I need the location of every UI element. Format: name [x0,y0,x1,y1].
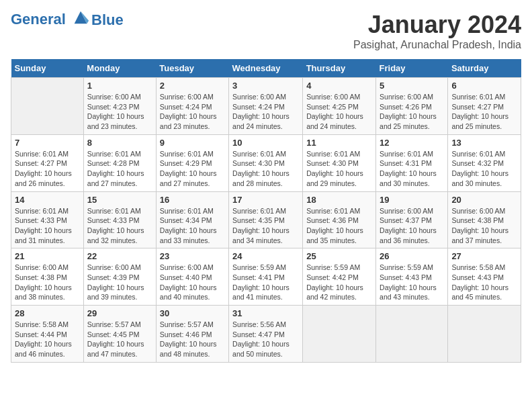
calendar-cell: 14Sunrise: 6:01 AMSunset: 4:33 PMDayligh… [11,191,84,248]
calendar-cell: 4Sunrise: 6:00 AMSunset: 4:25 PMDaylight… [303,78,376,135]
day-info: Sunrise: 6:00 AMSunset: 4:40 PMDaylight:… [160,263,225,302]
day-number: 31 [232,308,299,318]
calendar-cell: 6Sunrise: 6:01 AMSunset: 4:27 PMDaylight… [448,78,521,135]
calendar-cell: 3Sunrise: 6:00 AMSunset: 4:24 PMDaylight… [229,78,303,135]
day-info: Sunrise: 5:59 AMSunset: 4:42 PMDaylight:… [306,263,372,302]
logo-icon [71,8,90,27]
calendar-cell: 10Sunrise: 6:01 AMSunset: 4:30 PMDayligh… [229,134,303,191]
calendar-cell [11,78,84,135]
calendar-cell: 13Sunrise: 6:01 AMSunset: 4:32 PMDayligh… [448,134,521,191]
day-number: 15 [87,195,152,205]
title-block: January 2024 Pasighat, Arunachal Pradesh… [353,11,521,51]
day-number: 21 [15,251,80,261]
calendar-cell: 1Sunrise: 6:00 AMSunset: 4:23 PMDaylight… [83,78,156,135]
column-header-wednesday: Wednesday [229,59,303,78]
calendar-cell [376,306,448,363]
calendar-cell: 27Sunrise: 5:58 AMSunset: 4:43 PMDayligh… [448,248,521,306]
calendar-cell: 25Sunrise: 5:59 AMSunset: 4:42 PMDayligh… [303,248,376,306]
calendar-cell: 20Sunrise: 6:00 AMSunset: 4:38 PMDayligh… [448,191,521,248]
day-number: 30 [160,308,225,318]
calendar-cell: 24Sunrise: 5:59 AMSunset: 4:41 PMDayligh… [229,248,303,306]
calendar-subtitle: Pasighat, Arunachal Pradesh, India [353,39,521,51]
day-number: 27 [451,251,517,261]
day-info: Sunrise: 6:01 AMSunset: 4:28 PMDaylight:… [87,149,152,189]
day-info: Sunrise: 5:59 AMSunset: 4:43 PMDaylight:… [380,263,444,302]
day-number: 6 [451,81,517,91]
day-number: 3 [232,81,299,91]
day-number: 11 [306,138,372,148]
calendar-cell: 18Sunrise: 6:01 AMSunset: 4:36 PMDayligh… [303,191,376,248]
day-number: 4 [306,81,372,91]
day-info: Sunrise: 6:00 AMSunset: 4:37 PMDaylight:… [380,206,444,246]
day-number: 18 [306,195,372,205]
day-info: Sunrise: 5:57 AMSunset: 4:46 PMDaylight:… [160,320,225,359]
day-info: Sunrise: 6:01 AMSunset: 4:29 PMDaylight:… [160,149,225,189]
column-header-monday: Monday [83,59,156,78]
day-info: Sunrise: 6:01 AMSunset: 4:33 PMDaylight:… [87,206,152,246]
day-info: Sunrise: 6:01 AMSunset: 4:32 PMDaylight:… [451,149,517,189]
logo-text-blue: Blue [91,11,124,29]
day-number: 26 [380,251,444,261]
day-info: Sunrise: 6:01 AMSunset: 4:36 PMDaylight:… [306,206,372,246]
day-info: Sunrise: 6:00 AMSunset: 4:38 PMDaylight:… [15,263,80,302]
day-number: 8 [87,138,152,148]
day-number: 12 [380,138,444,148]
logo: General Blue [11,11,124,30]
page-header: General Blue January 2024 Pasighat, Arun… [11,11,521,51]
column-header-tuesday: Tuesday [156,59,228,78]
day-info: Sunrise: 6:00 AMSunset: 4:38 PMDaylight:… [451,206,517,246]
day-info: Sunrise: 6:01 AMSunset: 4:27 PMDaylight:… [451,92,517,132]
calendar-title: January 2024 [353,11,521,39]
day-number: 13 [451,138,517,148]
calendar-cell: 29Sunrise: 5:57 AMSunset: 4:45 PMDayligh… [83,306,156,363]
calendar-cell: 30Sunrise: 5:57 AMSunset: 4:46 PMDayligh… [156,306,228,363]
calendar-cell: 15Sunrise: 6:01 AMSunset: 4:33 PMDayligh… [83,191,156,248]
calendar-cell: 22Sunrise: 6:00 AMSunset: 4:39 PMDayligh… [83,248,156,306]
day-info: Sunrise: 6:00 AMSunset: 4:23 PMDaylight:… [87,92,152,132]
day-number: 7 [15,138,80,148]
day-info: Sunrise: 6:00 AMSunset: 4:24 PMDaylight:… [232,92,299,132]
logo-text-general: General [11,11,66,28]
day-info: Sunrise: 6:01 AMSunset: 4:30 PMDaylight:… [306,149,372,189]
day-number: 17 [232,195,299,205]
day-info: Sunrise: 5:58 AMSunset: 4:44 PMDaylight:… [15,320,80,359]
calendar-cell: 2Sunrise: 6:00 AMSunset: 4:24 PMDaylight… [156,78,228,135]
day-number: 10 [232,138,299,148]
day-info: Sunrise: 5:59 AMSunset: 4:41 PMDaylight:… [232,263,299,302]
day-info: Sunrise: 6:00 AMSunset: 4:24 PMDaylight:… [160,92,225,132]
calendar-cell: 7Sunrise: 6:01 AMSunset: 4:27 PMDaylight… [11,134,84,191]
day-info: Sunrise: 6:01 AMSunset: 4:31 PMDaylight:… [380,149,444,189]
day-number: 9 [160,138,225,148]
day-info: Sunrise: 6:01 AMSunset: 4:30 PMDaylight:… [232,149,299,189]
day-number: 28 [15,308,80,318]
day-number: 14 [15,195,80,205]
day-info: Sunrise: 6:01 AMSunset: 4:27 PMDaylight:… [15,149,80,189]
calendar-cell: 21Sunrise: 6:00 AMSunset: 4:38 PMDayligh… [11,248,84,306]
day-number: 2 [160,81,225,91]
day-number: 22 [87,251,152,261]
calendar-cell: 19Sunrise: 6:00 AMSunset: 4:37 PMDayligh… [376,191,448,248]
day-info: Sunrise: 6:01 AMSunset: 4:34 PMDaylight:… [160,206,225,246]
calendar-cell [448,306,521,363]
day-number: 25 [306,251,372,261]
day-number: 16 [160,195,225,205]
calendar-cell [303,306,376,363]
day-info: Sunrise: 5:56 AMSunset: 4:47 PMDaylight:… [232,320,299,359]
day-info: Sunrise: 6:01 AMSunset: 4:35 PMDaylight:… [232,206,299,246]
column-header-thursday: Thursday [303,59,376,78]
day-number: 20 [451,195,517,205]
calendar-cell: 8Sunrise: 6:01 AMSunset: 4:28 PMDaylight… [83,134,156,191]
day-info: Sunrise: 6:00 AMSunset: 4:26 PMDaylight:… [380,92,444,132]
day-number: 5 [380,81,444,91]
day-number: 23 [160,251,225,261]
column-header-saturday: Saturday [448,59,521,78]
calendar-cell: 16Sunrise: 6:01 AMSunset: 4:34 PMDayligh… [156,191,228,248]
calendar-cell: 9Sunrise: 6:01 AMSunset: 4:29 PMDaylight… [156,134,228,191]
calendar-cell: 26Sunrise: 5:59 AMSunset: 4:43 PMDayligh… [376,248,448,306]
column-header-sunday: Sunday [11,59,84,78]
calendar-cell: 12Sunrise: 6:01 AMSunset: 4:31 PMDayligh… [376,134,448,191]
day-number: 1 [87,81,152,91]
day-info: Sunrise: 6:01 AMSunset: 4:33 PMDaylight:… [15,206,80,246]
calendar-cell: 11Sunrise: 6:01 AMSunset: 4:30 PMDayligh… [303,134,376,191]
calendar-cell: 28Sunrise: 5:58 AMSunset: 4:44 PMDayligh… [11,306,84,363]
